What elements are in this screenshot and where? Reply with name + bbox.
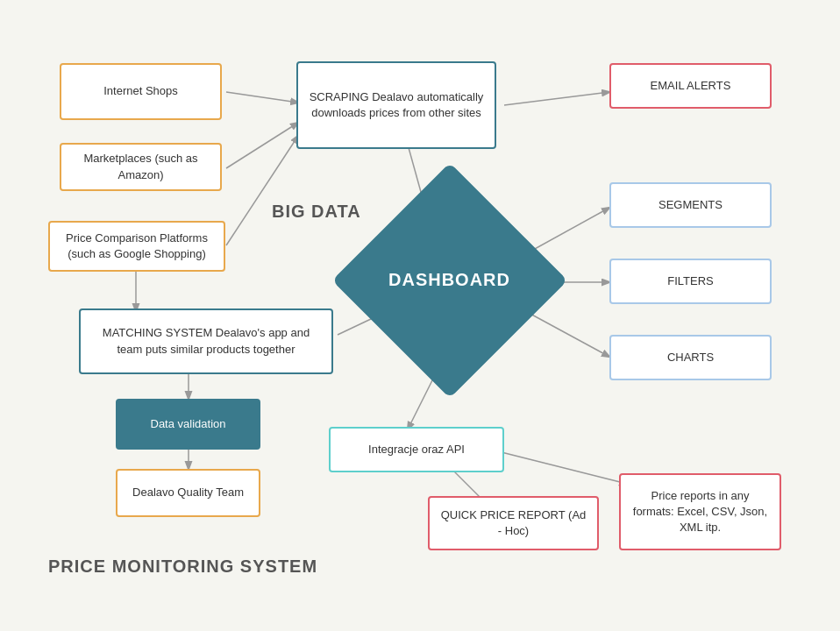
email-alerts-box: EMAIL ALERTS xyxy=(609,63,772,109)
integracje-label: Integracje oraz API xyxy=(368,442,465,457)
integracje-box: Integracje oraz API xyxy=(329,427,504,472)
marketplaces-box: Marketplaces (such as Amazon) xyxy=(60,143,222,191)
price-reports-label: Price reports in any formats: Excel, CSV… xyxy=(631,488,769,536)
price-reports-box: Price reports in any formats: Excel, CSV… xyxy=(619,473,781,550)
filters-box: FILTERS xyxy=(609,259,772,304)
email-alerts-label: EMAIL ALERTS xyxy=(651,78,731,94)
charts-label: CHARTS xyxy=(667,350,714,365)
dealavo-quality-box: Dealavo Quality Team xyxy=(116,469,260,517)
quick-report-label: QUICK PRICE REPORT (Ad - Hoc) xyxy=(440,507,587,539)
dealavo-quality-label: Dealavo Quality Team xyxy=(132,485,244,500)
scraping-box: SCRAPING Dealavo automatically downloads… xyxy=(296,61,496,149)
price-comparison-box: Price Comparison Platforms (such as Goog… xyxy=(48,221,225,272)
price-comparison-label: Price Comparison Platforms (such as Goog… xyxy=(61,230,213,262)
quick-report-box: QUICK PRICE REPORT (Ad - Hoc) xyxy=(428,496,599,550)
big-data-label: BIG DATA xyxy=(272,202,361,222)
data-validation-box: Data validation xyxy=(116,399,260,450)
segments-box: SEGMENTS xyxy=(609,182,772,228)
marketplaces-label: Marketplaces (such as Amazon) xyxy=(72,151,210,182)
diagram: Internet Shops Marketplaces (such as Ama… xyxy=(0,0,840,631)
svg-line-1 xyxy=(226,123,298,168)
svg-line-4 xyxy=(504,92,609,105)
internet-shops-label: Internet Shops xyxy=(103,83,178,99)
data-validation-label: Data validation xyxy=(151,416,226,432)
filters-label: FILTERS xyxy=(667,273,714,289)
segments-label: SEGMENTS xyxy=(658,197,723,213)
matching-system-box: MATCHING SYSTEM Dealavo's app and team p… xyxy=(79,308,333,374)
price-monitoring-label: PRICE MONITORING SYSTEM xyxy=(48,557,317,577)
svg-line-2 xyxy=(226,136,298,245)
dashboard-label: DASHBOARD xyxy=(388,270,510,290)
internet-shops-box: Internet Shops xyxy=(60,63,222,120)
scraping-label: SCRAPING Dealavo automatically downloads… xyxy=(309,89,484,121)
svg-line-0 xyxy=(226,92,298,103)
matching-system-label: MATCHING SYSTEM Dealavo's app and team p… xyxy=(91,325,321,357)
dashboard-container: DASHBOARD xyxy=(364,195,535,365)
charts-box: CHARTS xyxy=(609,335,772,380)
svg-line-14 xyxy=(491,450,627,484)
